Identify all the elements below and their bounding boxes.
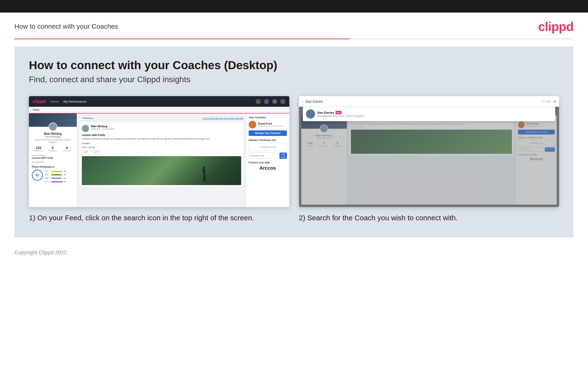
overlay-post-body: Looking to feel like my hands are exitin…: [351, 123, 512, 125]
post-body: Looking to feel like my hands are exitin…: [82, 137, 241, 141]
feed-tab-1[interactable]: Feed: [29, 107, 289, 113]
perf-bar-ott-label: OTT: [45, 170, 50, 173]
step-2-desc: 2) Search for the Coach you wish to conn…: [299, 213, 559, 223]
footer: Copyright Clippd 2022: [0, 245, 588, 260]
perf-bar-arg-fill: [51, 178, 61, 179]
latest-activity-val: Lesson with Fordy: [32, 157, 74, 159]
search-icon[interactable]: ⌕: [256, 99, 261, 104]
control-link[interactable]: Control who can see your activity and da…: [203, 117, 244, 120]
result-info-1: Dan Davies Pro Sunningdale Golf Club, Un…: [317, 111, 364, 117]
perf-bar-putt-fill: [51, 181, 62, 183]
perf-bar-arg: ARG 86: [45, 177, 74, 180]
following-row: Following ▾ Control who can see your act…: [79, 116, 244, 120]
profile-info-1: Blair McHarg Plus Handicap Royal North D…: [32, 132, 74, 143]
overlay-app-bg: Blair McHarg Plus Handicap 131 Activitie…: [299, 113, 559, 207]
svg-rect-3: [203, 175, 204, 181]
trackman-link-box: Trackman Link: [249, 143, 287, 151]
stat-following: 4 Following: [63, 146, 71, 152]
overlay-manage-btn: Manage Your Coaches: [518, 130, 555, 135]
post-actions: OFF APP: [82, 150, 241, 154]
post-author-name: Blair McHarg: [91, 125, 114, 128]
nav-item-performance[interactable]: My Performance: [63, 100, 86, 103]
overlay-stat-3: 4 Following: [333, 141, 342, 147]
stat-followers: 3 Followers: [48, 146, 57, 152]
add-link-button[interactable]: Add Link: [280, 153, 287, 159]
perf-bar-arg-bg: [51, 178, 63, 179]
step-1-desc: 1) On your Feed, click on the search ico…: [29, 213, 289, 223]
pro-badge-1: Pro: [335, 111, 342, 114]
post-title: Lesson with Fordy: [82, 134, 241, 136]
following-btn-label: Following ▾: [82, 117, 94, 120]
overlay-panels: Blair McHarg Plus Handicap 131 Activitie…: [301, 115, 557, 205]
upload-section-1: Upload a Trackman Test Trackman Link Add…: [249, 139, 287, 159]
search-clear-button[interactable]: CLEAR: [542, 100, 551, 103]
page-title: How to connect with your Coaches: [14, 23, 118, 30]
coaches-panel-1: Your Coaches David Ford Royal North Devo…: [246, 113, 289, 207]
overlay-stat-1: 131 Activities: [306, 141, 314, 147]
overlay-stat-1-lbl: Activities: [306, 145, 314, 147]
following-button[interactable]: Following ▾: [79, 116, 96, 120]
post-action-off[interactable]: OFF: [82, 150, 90, 154]
perf-score-circle: 92: [32, 170, 43, 181]
post-image: [82, 156, 241, 185]
avatar-icon[interactable]: ▪: [280, 99, 285, 104]
perf-bar-arg-label: ARG: [45, 177, 50, 180]
golfer-silhouette: [200, 166, 209, 185]
stat-activities: 131 Activities: [35, 146, 43, 152]
overlay-arccos: Arccos: [518, 157, 555, 161]
profile-name-1: Blair McHarg: [32, 132, 74, 135]
overlay-stat-2-val: 3: [320, 141, 328, 145]
screenshot-panel-2: clippd ⌕ Dan Davies CLEAR ✕: [299, 96, 559, 223]
copyright-text: Copyright Clippd 2022: [14, 249, 67, 256]
svg-rect-4: [204, 175, 206, 181]
overlay-coach-name: Dan Davies: [526, 122, 545, 125]
perf-section-1: Player Performance 92 OTT 90: [32, 166, 74, 184]
top-bar: [0, 0, 588, 12]
stat-activities-val: 131: [35, 146, 43, 150]
overlay-post-image: [351, 130, 512, 154]
search-result-item-1[interactable]: Dan Davies Pro Sunningdale Golf Club, Un…: [303, 107, 555, 121]
latest-activity-date: 03 Aug 2022: [32, 161, 74, 163]
settings-icon[interactable]: ⚙: [272, 99, 277, 104]
perf-title-1: Player Performance: [32, 166, 74, 168]
search-bar: ⌕ Dan Davies CLEAR ✕: [299, 96, 559, 107]
perf-clearfix: 92 OTT 90: [32, 170, 74, 184]
overlay-trackman-box: Trackman Link: [518, 140, 555, 147]
search-icon-overlay: ⌕: [302, 100, 304, 103]
coach-club-1: Royal North Devon Golf Club: [258, 125, 283, 127]
post-action-app[interactable]: APP: [92, 150, 101, 154]
post-duration-val: 01 hr : 30 min: [82, 146, 241, 148]
nav-item-home[interactable]: Home: [50, 100, 59, 103]
manage-coaches-button[interactable]: Manage Your Coaches: [249, 130, 287, 136]
search-close-button[interactable]: ✕: [553, 99, 556, 104]
profile-panel-1: Blair McHarg Plus Handicap Royal North D…: [29, 113, 77, 207]
search-overlay: ⌕ Dan Davies CLEAR ✕ Dan Davies Pr: [299, 96, 559, 207]
overlay-upload-title: Upload a Trackman Test: [518, 136, 555, 139]
overlay-avatar: [320, 125, 328, 133]
main-subtitle: Find, connect and share your Clippd insi…: [29, 75, 559, 84]
overlay-stat-2: 3 Followers: [320, 141, 328, 147]
perf-bar-app-val: 85: [64, 173, 66, 176]
header-divider: [14, 38, 574, 39]
overlay-stat-3-val: 4: [333, 141, 342, 145]
search-input-display[interactable]: Dan Davies: [306, 100, 540, 103]
main-content: How to connect with your Coaches (Deskto…: [14, 46, 574, 237]
profile-avatar-1: [49, 122, 57, 131]
profile-icon[interactable]: 👤: [264, 99, 269, 104]
overlay-add-btn: Add Link: [545, 147, 555, 152]
perf-bar-ott-fill: [51, 171, 62, 172]
overlay-coaches: Your Coaches Dan Davies Sunningdale Golf…: [516, 115, 557, 205]
header: How to connect with your Coaches clippd: [0, 12, 588, 38]
screenshot-frame-1: clippd Home My Performance ⌕ 👤 ⚙ ▪ Feed: [29, 96, 289, 207]
coach-avatar-1: [249, 121, 256, 129]
stat-following-lbl: Following: [63, 150, 71, 152]
coach-name-1: David Ford: [258, 122, 283, 125]
trackman-link-input[interactable]: [249, 153, 279, 159]
perf-bar-ott-bg: [51, 171, 63, 172]
overlay-bg-content: Blair McHarg Plus Handicap 131 Activitie…: [299, 107, 559, 207]
coach-info-1: David Ford Royal North Devon Golf Club: [258, 122, 283, 127]
profile-hcp-1: Plus Handicap: [32, 135, 74, 138]
overlay-stat-3-lbl: Following: [333, 145, 342, 147]
profile-banner-1: [29, 113, 77, 127]
screenshot-frame-2: clippd ⌕ Dan Davies CLEAR ✕: [299, 96, 559, 207]
